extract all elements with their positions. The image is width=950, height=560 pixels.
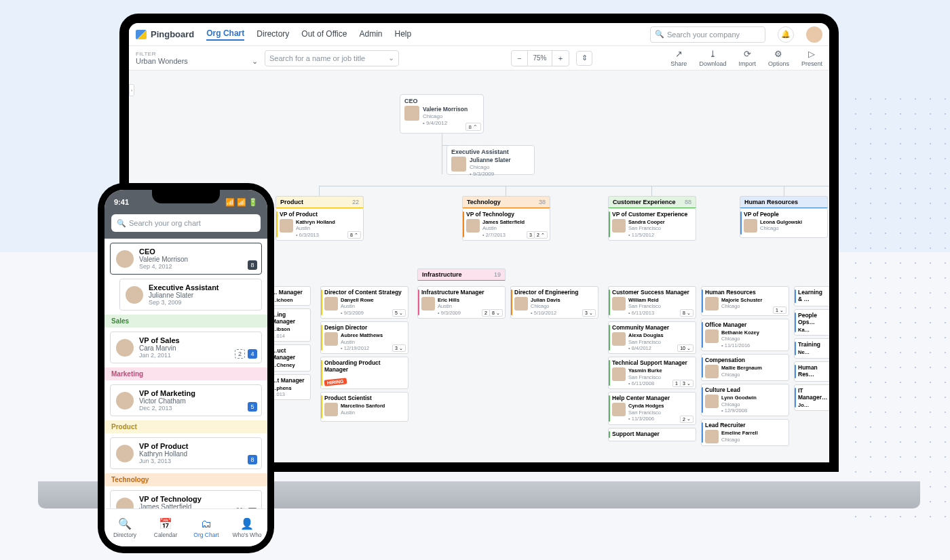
org-card[interactable]: VP of Customer ExperienceSandra CooperSa… [608,208,696,241]
org-card[interactable]: Lead RecruiterEmeline FarrellChicago [701,419,789,446]
nav-out-of-office[interactable]: Out of Office [301,29,347,40]
mobile-card-ceo[interactable]: CEOValerie MorrisonSep 4, 2012 8 [110,243,262,275]
phone-screen: 9:41 📶 📶 🔋 🔍 Search your org chart CEOVa… [104,190,267,546]
toolbar: FILTER Urban Wonders⌄ Search for a name … [129,46,829,71]
present-button[interactable]: ▷Present [801,49,822,67]
nav-org-chart[interactable]: Org Chart [206,28,244,41]
mobile-org-list[interactable]: CEOValerie MorrisonSep 4, 2012 8 Executi… [104,239,267,508]
org-card[interactable]: Culture LeadLynn GoodwinChicago• 12/9/20… [701,384,789,416]
filter-value: Urban Wonders [136,57,188,65]
node-location: Chicago [423,113,468,120]
company-search-input[interactable]: 🔍 Search your company [650,26,765,43]
calendar-icon: 📅 [159,517,172,530]
tab-calendar[interactable]: 📅Calendar [145,509,186,546]
bell-icon: 🔔 [781,30,791,39]
mobile-tab-bar: 🔍Directory 📅Calendar 🗂Org Chart 👤Who's W… [104,508,267,546]
mobile-card[interactable]: VP of MarketingVictor ChathamDec 2, 2013… [110,384,262,416]
download-button[interactable]: ⤓Download [699,49,726,67]
direct-reports-toggle[interactable]: 8 ⌃ [466,123,481,131]
dept-technology: Technology38 VP of TechnologyJames Satte… [462,196,550,243]
search-icon: 🔍 [655,30,664,39]
nav-admin[interactable]: Admin [359,29,382,40]
chevron-down-icon: ⌄ [388,54,394,62]
brand-logo[interactable]: Pingboard [136,29,194,39]
mobile-dept-header[interactable]: Sales [104,315,267,327]
org-card[interactable]: VP of TechnologyJames SatterfieldAustin•… [462,208,550,241]
logo-icon [136,30,147,39]
avatar [451,157,466,172]
avatar [280,219,293,233]
sidebar-toggle[interactable]: › [129,84,134,96]
dept-header-technology[interactable]: Technology38 [462,196,550,208]
tab-org-chart[interactable]: 🗂Org Chart [186,509,227,546]
nav-help[interactable]: Help [394,29,411,40]
mobile-dept-header[interactable]: Marketing [104,367,267,380]
search-placeholder: Search your company [667,31,740,39]
org-card[interactable]: CompensationMallie BergnaumChicago [701,354,789,381]
options-button[interactable]: ⚙Options [768,49,789,67]
org-node-ceo[interactable]: CEO Valerie Morrison Chicago • 9/4/2012 … [400,94,484,134]
import-button[interactable]: ⟳Import [738,49,756,67]
share-button[interactable]: ↗Share [670,49,687,67]
mobile-search-input[interactable]: 🔍 Search your org chart [111,214,261,232]
org-node-ea[interactable]: Executive Assistant Julianne Slater Chic… [446,145,535,175]
phone-frame: 9:41 📶 📶 🔋 🔍 Search your org chart CEOVa… [98,183,274,553]
org-card[interactable]: Help Center ManagerCynda HodgesSan Franc… [608,392,696,424]
count-badge[interactable]: 8 [248,260,257,270]
tab-directory[interactable]: 🔍Directory [104,509,145,546]
zoom-out-button[interactable]: − [512,51,528,66]
avatar [404,106,419,121]
tab-whos-who[interactable]: 👤Who's Who [227,509,267,546]
notifications-button[interactable]: 🔔 [778,26,794,43]
directory-icon: 🔍 [118,517,132,530]
org-card[interactable]: Director of EngineeringJulian DavisChica… [510,286,598,319]
org-card[interactable]: Customer Success ManagerWilliam ReidSan … [608,286,696,319]
status-time: 9:41 [114,198,129,206]
org-card[interactable]: Human Res… [794,361,829,382]
org-card[interactable]: Office ManagerBethanie KozeyChicago• 11/… [701,319,789,351]
dept-header-infrastructure[interactable]: Infrastructure19 [417,268,506,281]
org-card[interactable]: Design DirectorAubree MatthewsAustin• 12… [320,321,408,354]
expand-all-button[interactable]: ⇕ [576,51,592,66]
org-card[interactable]: Human ResourcesMajorie SchusterChicago1 … [701,286,789,316]
download-icon: ⤓ [709,49,717,59]
dept-header-cx[interactable]: Customer Experience88 [608,196,696,208]
org-card[interactable]: Director of Content StrategyDanyell Rowe… [320,286,408,319]
org-card[interactable]: People Ops…Ka… [794,309,829,336]
count-toggle[interactable]: 8 ⌃ [347,231,361,239]
org-card[interactable]: Onboarding Product ManagerHIRING [320,357,408,389]
mobile-card[interactable]: VP of SalesCara MarvinJan 2, 201124 [110,332,262,363]
zoom-value: 75% [528,51,552,66]
top-nav: Pingboard Org Chart Directory Out of Off… [129,23,829,46]
share-icon: ↗ [675,49,683,59]
dept-header-product[interactable]: Product22 [276,196,364,208]
status-icons: 📶 📶 🔋 [225,198,258,207]
org-card[interactable]: Learning & … [794,286,829,306]
node-name: Valerie Morrison [423,106,468,113]
mobile-card[interactable]: VP of ProductKathryn HollandJun 3, 20138 [110,437,262,469]
mobile-card[interactable]: VP of TechnologyJames SatterfieldFeb 7, … [110,490,262,508]
org-card[interactable]: VP of PeopleLeona GulgowskiChicago [740,208,828,238]
nav-directory[interactable]: Directory [256,29,289,40]
org-card[interactable]: Community ManagerAlexa DouglasSan Franci… [608,321,696,354]
hiring-badge: HIRING [324,378,347,386]
org-card[interactable]: Support Manager [608,428,696,441]
brand-name: Pingboard [151,29,194,39]
filter-dropdown[interactable]: FILTER Urban Wonders⌄ [136,51,258,66]
node-title: CEO [400,95,483,104]
user-avatar[interactable] [806,26,822,43]
chevron-down-icon: ⌄ [252,57,258,66]
org-card[interactable]: Technical Support ManagerYasmin BurkeSan… [608,357,696,389]
org-card[interactable]: IT Manager…Jo… [794,384,829,411]
name-search-input[interactable]: Search for a name or job title ⌄ [265,50,399,66]
mobile-card-ea[interactable]: Executive AssistantJulianne SlaterSep 3,… [119,279,262,311]
mobile-dept-header[interactable]: Technology [104,473,267,486]
mobile-dept-header[interactable]: Product [104,420,267,433]
dept-hr: Human Resources VP of PeopleLeona Gulgow… [740,196,828,241]
org-card[interactable]: VP of Product Kathryn HollandAustin• 6/3… [276,208,364,241]
org-card[interactable]: Product ScientistMarcelino SanfordAustin [320,392,408,422]
org-card[interactable]: TrainingNe… [794,338,829,358]
zoom-in-button[interactable]: + [552,51,569,66]
dept-header-hr[interactable]: Human Resources [740,196,828,208]
org-card[interactable]: Infrastructure ManagerEric HillsAustin• … [417,286,506,319]
